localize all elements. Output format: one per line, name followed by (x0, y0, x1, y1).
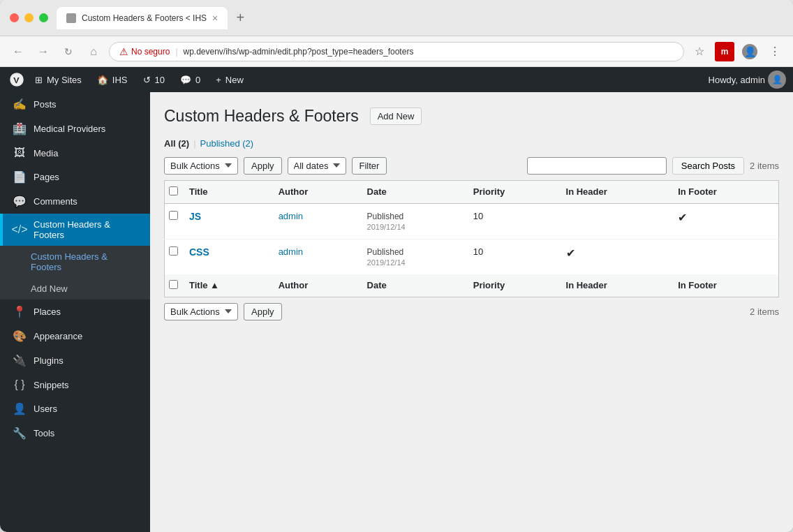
medical-providers-label: Medical Providers (34, 124, 105, 134)
css-title-link[interactable]: CSS (189, 246, 209, 258)
new-tab-button[interactable]: + (230, 8, 250, 28)
submenu-custom-hf-label: Custom Headers & Footers (31, 251, 108, 272)
filter-button[interactable]: Filter (352, 157, 387, 175)
sidebar-item-snippets[interactable]: { } Snippets (0, 373, 150, 397)
filter-published[interactable]: Published (2) (200, 138, 254, 149)
row-title-js: JS (182, 203, 272, 239)
admin-bar-my-sites[interactable]: ⊞ My Sites (28, 67, 89, 92)
new-label: New (225, 75, 244, 85)
sidebar-item-posts[interactable]: ✍ Posts (0, 92, 150, 117)
row-checkbox-js (165, 203, 183, 239)
items-count-top: 2 items (750, 161, 779, 171)
admin-bar-items: ⊞ My Sites 🏠 IHS ↺ 10 💬 0 + New (7, 67, 709, 92)
admin-bar-new[interactable]: + New (209, 67, 251, 92)
comments-icon: 💬 (13, 195, 27, 208)
admin-bar-site-name[interactable]: 🏠 IHS (90, 67, 135, 92)
close-button[interactable] (10, 13, 19, 22)
items-count-bottom: 2 items (750, 306, 779, 317)
in-footer-col-label: In Footer (678, 186, 717, 197)
browser-tab[interactable]: Custom Headers & Footers < IHS × (57, 7, 228, 29)
minimize-button[interactable] (24, 13, 34, 22)
js-date-value: 2019/12/14 (367, 223, 406, 231)
maximize-button[interactable] (39, 13, 48, 22)
css-author-link[interactable]: admin (279, 246, 303, 257)
apply-button-top[interactable]: Apply (244, 157, 282, 175)
sidebar-item-users[interactable]: 👤 Users (0, 397, 150, 421)
bookmark-button[interactable]: ☆ (690, 42, 709, 61)
table-footer-row: Title ▲ Author Date Priority In Header I… (165, 274, 779, 297)
sidebar-submenu-add-new[interactable]: Add New (0, 278, 150, 300)
bulk-actions-select-bottom[interactable]: Bulk Actions (164, 303, 238, 320)
filter-all[interactable]: All (2) (164, 138, 189, 149)
table-body: JS admin Published 2019/12/14 10 ✔ (165, 203, 779, 274)
tab-close-button[interactable]: × (212, 13, 218, 24)
browser-titlebar: Custom Headers & Footers < IHS × + (0, 0, 793, 36)
sidebar-submenu-custom-hf[interactable]: Custom Headers & Footers (0, 246, 150, 278)
sidebar-item-pages[interactable]: 📄 Pages (0, 165, 150, 189)
table-header-row: Title Author Date Priority In Header (165, 180, 779, 203)
back-button[interactable]: ← (8, 42, 28, 61)
row-select-js[interactable] (169, 211, 178, 220)
bulk-actions-select-top[interactable]: Bulk Actions (164, 157, 238, 175)
sidebar-item-medical-providers[interactable]: 🏥 Medical Providers (0, 117, 150, 141)
url-bar[interactable]: ⚠ No seguro | wp.devenv/ihs/wp-admin/edi… (109, 42, 684, 61)
users-label: Users (34, 404, 57, 414)
site-name-label: IHS (112, 75, 128, 85)
table-head: Title Author Date Priority In Header (165, 180, 779, 203)
admin-bar-updates[interactable]: ↺ 10 (136, 67, 172, 92)
row-select-css[interactable] (169, 246, 178, 256)
comments-icon: 💬 (180, 75, 191, 85)
user-avatar[interactable]: 👤 (768, 71, 786, 89)
places-icon: 📍 (13, 305, 27, 318)
sidebar-item-tools[interactable]: 🔧 Tools (0, 421, 150, 445)
tab-title: Custom Headers & Footers < IHS (82, 13, 207, 23)
plugins-icon: 🔌 (13, 354, 27, 367)
avatar-button[interactable]: 👤 (740, 42, 759, 61)
tools-label: Tools (34, 428, 54, 438)
apply-button-bottom[interactable]: Apply (244, 303, 282, 320)
col-title[interactable]: Title (182, 180, 272, 203)
search-posts-button[interactable]: Search Posts (672, 157, 744, 175)
col-in-header: In Header (559, 180, 672, 203)
sidebar-item-media[interactable]: 🖼 Media (0, 141, 150, 165)
home-button[interactable]: ⌂ (84, 42, 103, 61)
sidebar-item-comments[interactable]: 💬 Comments (0, 189, 150, 214)
media-label: Media (34, 148, 58, 158)
updates-icon: ↺ (143, 75, 151, 85)
sidebar-item-custom-headers-footers[interactable]: </> Custom Headers & Footers (0, 214, 150, 246)
date-col-label: Date (367, 186, 387, 197)
sidebar-item-plugins[interactable]: 🔌 Plugins (0, 348, 150, 373)
js-title-link[interactable]: JS (189, 211, 201, 222)
sidebar-item-appearance[interactable]: 🎨 Appearance (0, 324, 150, 348)
select-all-col-bottom (165, 274, 183, 297)
select-all-checkbox-bottom[interactable] (169, 280, 178, 289)
page-title: Custom Headers & Footers (164, 106, 359, 127)
row-checkbox-css (165, 239, 183, 274)
title-col-label-bottom: Title ▲ (189, 280, 219, 290)
js-author-link[interactable]: admin (279, 211, 303, 221)
admin-bar-comments[interactable]: 💬 0 (173, 67, 207, 92)
sidebar-item-places[interactable]: 📍 Places (0, 300, 150, 324)
add-new-button[interactable]: Add New (370, 108, 422, 125)
avatar-image: 👤 (772, 75, 783, 84)
select-all-checkbox[interactable] (169, 186, 178, 195)
plugins-label: Plugins (34, 355, 64, 366)
extensions-button[interactable]: m (715, 42, 734, 61)
posts-table: Title Author Date Priority In Header (164, 180, 779, 297)
row-date-js: Published 2019/12/14 (360, 203, 466, 239)
search-input[interactable] (527, 157, 667, 175)
users-icon: 👤 (13, 402, 27, 415)
url-divider: | (175, 47, 177, 57)
page-header: Custom Headers & Footers Add New (164, 106, 779, 127)
col-title-bottom[interactable]: Title ▲ (182, 274, 272, 297)
date-filter-select[interactable]: All dates (288, 157, 346, 175)
custom-hf-icon: </> (13, 223, 27, 236)
row-priority-js: 10 (466, 203, 559, 239)
menu-button[interactable]: ⋮ (765, 42, 785, 61)
filter-published-link[interactable]: Published (2) (200, 138, 254, 149)
wp-logo[interactable] (7, 70, 27, 89)
forward-button[interactable]: → (34, 42, 53, 61)
filter-all-link[interactable]: All (2) (164, 138, 189, 149)
my-sites-label: My Sites (47, 75, 82, 85)
reload-button[interactable]: ↻ (59, 42, 78, 61)
